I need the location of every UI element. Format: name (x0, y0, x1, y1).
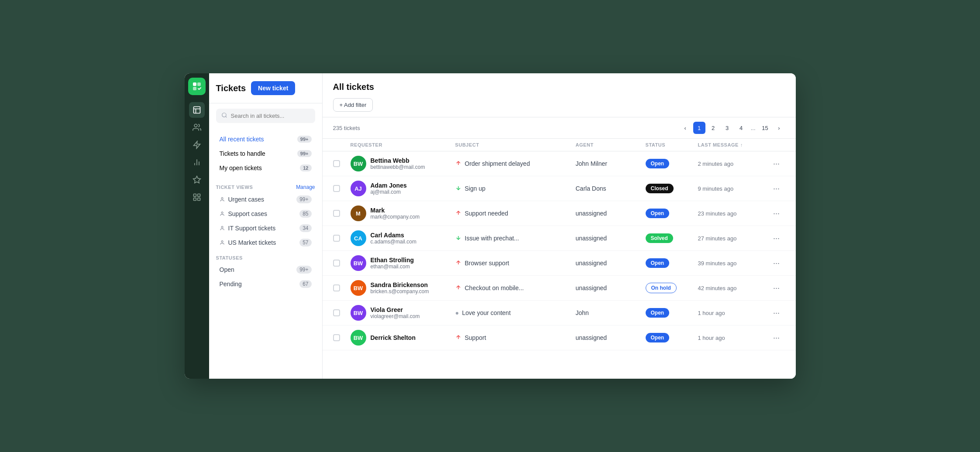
view-item-us-market[interactable]: US Market tickets 57 (213, 236, 319, 250)
statuses-header: STATUSES (209, 250, 322, 262)
row-checkbox[interactable] (333, 309, 351, 316)
section-title: Tickets (216, 83, 246, 93)
requester-cell: BW Viola Greer violagreer@mail.com (351, 305, 455, 321)
requester-email: c.adams@mail.com (371, 239, 417, 245)
sidebar-icon-analytics[interactable] (189, 154, 205, 170)
sidebar-icon-apps[interactable] (189, 189, 205, 205)
requester-name: Ethan Strolling (371, 257, 414, 264)
agent-cell: John Milner (576, 160, 646, 167)
pagination: ‹ 1 2 3 4 ... 15 › (679, 122, 785, 134)
svg-rect-0 (193, 82, 196, 86)
table-row[interactable]: BW Sandra Birickenson bricken.s@company.… (323, 276, 796, 301)
status-item-open[interactable]: Open 99+ (213, 263, 319, 277)
requester-info: Adam Jones aj@mail.com (371, 182, 407, 195)
col-last-message[interactable]: LAST MESSAGE ↑ (698, 142, 768, 147)
page-button-2[interactable]: 2 (707, 122, 719, 134)
page-button-15[interactable]: 15 (759, 122, 771, 134)
search-input[interactable] (231, 113, 310, 119)
priority-icon (455, 185, 461, 192)
more-actions-button[interactable]: ··· (768, 209, 785, 218)
table-row[interactable]: BW Bettina Webb bettinawebb@mail.com Ord… (323, 151, 796, 176)
app-logo[interactable] (188, 78, 206, 95)
svg-rect-12 (193, 194, 196, 197)
requester-info: Mark mark@company.com (371, 207, 420, 220)
status-item-pending[interactable]: Pending 67 (213, 277, 319, 291)
sidebar-icon-lightning[interactable] (189, 137, 205, 153)
sidebar-icon-tickets[interactable] (189, 102, 205, 118)
col-actions (768, 142, 785, 147)
row-checkbox[interactable] (333, 334, 351, 341)
row-checkbox[interactable] (333, 235, 351, 242)
requester-cell: BW Ethan Strolling ethan@mail.com (351, 255, 455, 271)
row-checkbox[interactable] (333, 260, 351, 267)
svg-point-21 (221, 241, 223, 243)
svg-rect-2 (193, 87, 196, 90)
svg-point-19 (221, 212, 223, 214)
more-actions-button[interactable]: ··· (768, 234, 785, 243)
page-title: All tickets (333, 82, 785, 92)
table-row[interactable]: AJ Adam Jones aj@mail.com Sign up Carla … (323, 176, 796, 201)
next-page-button[interactable]: › (773, 122, 785, 134)
tickets-count: 235 tickets (333, 125, 360, 131)
table-row[interactable]: BW Viola Greer violagreer@mail.com Love … (323, 301, 796, 325)
requester-info: Bettina Webb bettinawebb@mail.com (371, 157, 425, 170)
status-cell: Open (646, 308, 698, 318)
view-item-support-cases[interactable]: Support cases 85 (213, 207, 319, 221)
more-actions-button[interactable]: ··· (768, 259, 785, 268)
prev-page-button[interactable]: ‹ (679, 122, 691, 134)
page-ellipsis: ... (749, 125, 757, 131)
main-header: All tickets + Add filter (323, 73, 796, 117)
avatar: BW (351, 280, 366, 296)
page-button-1[interactable]: 1 (693, 122, 705, 134)
left-panel-header: Tickets New ticket (209, 73, 322, 103)
more-actions-button[interactable]: ··· (768, 184, 785, 193)
status-cell: Closed (646, 184, 698, 193)
requester-cell: BW Sandra Birickenson bricken.s@company.… (351, 280, 455, 296)
nav-item-to-handle[interactable]: Tickets to handle 99+ (213, 147, 319, 161)
row-checkbox[interactable] (333, 284, 351, 291)
more-actions-button[interactable]: ··· (768, 308, 785, 318)
row-checkbox[interactable] (333, 185, 351, 192)
table-row[interactable]: BW Ethan Strolling ethan@mail.com Browse… (323, 251, 796, 276)
subject-text: Support needed (465, 210, 509, 217)
new-ticket-button[interactable]: New ticket (251, 81, 295, 95)
requester-email: bettinawebb@mail.com (371, 164, 425, 170)
table-row[interactable]: M Mark mark@company.com Support needed u… (323, 201, 796, 226)
last-message: 23 minutes ago (698, 210, 768, 217)
status-cell: Open (646, 258, 698, 268)
view-item-it-support[interactable]: IT Support tickets 34 (213, 221, 319, 235)
subject-text: Checkout on mobile... (465, 284, 524, 291)
page-button-4[interactable]: 4 (735, 122, 747, 134)
subject-cell: Checkout on mobile... (455, 284, 576, 292)
status-badge: On hold (646, 283, 677, 293)
add-filter-button[interactable]: + Add filter (333, 98, 373, 112)
table-row[interactable]: CA Carl Adams c.adams@mail.com Issue wit… (323, 226, 796, 251)
svg-rect-15 (197, 198, 200, 201)
subject-text: Issue with prechat... (465, 235, 519, 242)
manage-link[interactable]: Manage (296, 184, 315, 190)
search-box[interactable] (216, 109, 315, 123)
svg-point-28 (456, 312, 458, 315)
subject-cell: Support (455, 334, 576, 342)
sidebar-icon-ai[interactable] (189, 172, 205, 188)
status-cell: Open (646, 159, 698, 168)
row-checkbox[interactable] (333, 210, 351, 217)
sidebar-icon-contacts[interactable] (189, 120, 205, 135)
nav-item-all-recent[interactable]: All recent tickets 99+ (213, 132, 319, 146)
requester-cell: BW Derrick Shelton (351, 330, 455, 346)
row-checkbox[interactable] (333, 160, 351, 167)
svg-point-18 (221, 198, 223, 199)
view-item-urgent[interactable]: Urgent cases 99+ (213, 192, 319, 206)
table-row[interactable]: BW Derrick Shelton Support unassigned Op… (323, 325, 796, 350)
svg-line-17 (225, 116, 227, 118)
requester-name: Derrick Shelton (371, 334, 416, 341)
more-actions-button[interactable]: ··· (768, 284, 785, 293)
more-actions-button[interactable]: ··· (768, 333, 785, 342)
nav-item-my-open[interactable]: My open tickets 12 (213, 161, 319, 175)
requester-name: Mark (371, 207, 420, 214)
requester-name: Viola Greer (371, 306, 420, 313)
svg-rect-13 (197, 194, 200, 197)
page-button-3[interactable]: 3 (721, 122, 733, 134)
main-content: All tickets + Add filter 235 tickets ‹ 1… (323, 73, 796, 379)
more-actions-button[interactable]: ··· (768, 159, 785, 168)
